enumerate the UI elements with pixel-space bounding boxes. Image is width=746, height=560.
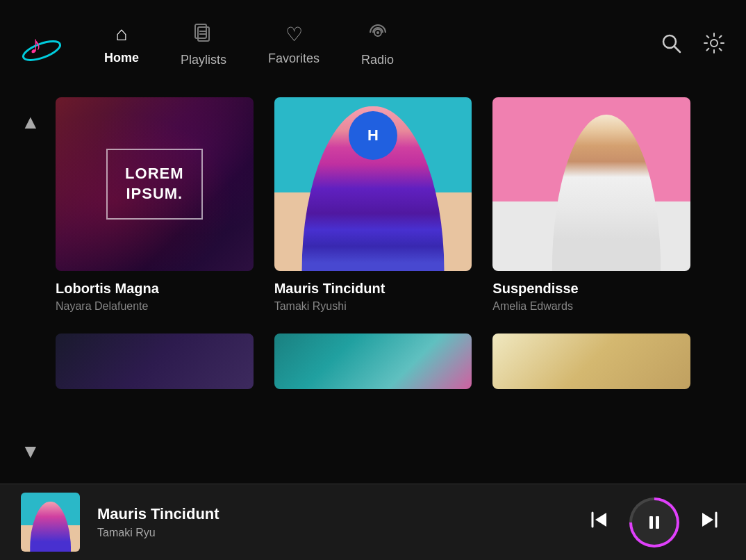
partial-row	[56, 333, 690, 389]
favorites-label: Favorites	[268, 51, 320, 66]
partial-card-2[interactable]	[274, 333, 472, 389]
headphones-circle: H	[349, 111, 397, 160]
card-1-subtitle: Nayara Delafuente	[56, 300, 254, 313]
partial-card-1[interactable]	[56, 333, 254, 389]
nav-right	[660, 32, 725, 59]
next-button[interactable]	[693, 504, 725, 541]
app-logo[interactable]: ♪	[21, 24, 63, 66]
card-3[interactable]: Suspendisse Amelia Edwards	[492, 97, 690, 313]
home-label: Home	[104, 51, 139, 65]
card-3-subtitle: Amelia Edwards	[492, 300, 690, 313]
card-2-title: Mauris Tincidunt	[274, 281, 472, 297]
player-title: Mauris Tincidunt	[97, 505, 583, 523]
card-3-figure	[552, 115, 661, 271]
card-3-image	[492, 97, 690, 271]
navbar: ♪ ⌂ Home Playlists ♡ Favorites	[0, 0, 746, 90]
scroll-down-button[interactable]: ▼	[14, 434, 47, 470]
nav-items: ⌂ Home Playlists ♡ Favorites	[104, 23, 660, 67]
lorem-box: LOREM IPSUM.	[106, 149, 202, 219]
playlists-icon	[194, 23, 213, 47]
main-content: ▲ LOREM IPSUM. Lobortis Magna Nayara Del…	[0, 90, 746, 484]
nav-playlists[interactable]: Playlists	[181, 23, 226, 67]
card-2-subtitle: Tamaki Ryushi	[274, 300, 472, 313]
card-3-background	[492, 97, 690, 271]
player-controls	[583, 497, 725, 547]
settings-button[interactable]	[703, 32, 725, 59]
svg-point-0	[21, 38, 62, 64]
radio-label: Radio	[361, 53, 394, 67]
player-thumb-figure	[30, 502, 72, 552]
nav-favorites[interactable]: ♡ Favorites	[268, 23, 320, 67]
card-2[interactable]: H Mauris Tincidunt Tamaki Ryushi	[274, 97, 472, 313]
nav-radio[interactable]: Radio	[361, 23, 394, 67]
svg-rect-12	[649, 516, 653, 529]
radio-icon	[368, 23, 388, 47]
card-1-background: LOREM IPSUM.	[56, 97, 254, 271]
pause-button[interactable]	[629, 497, 679, 547]
lorem-line1: LOREM	[125, 164, 183, 184]
prev-button[interactable]	[583, 504, 615, 541]
player-info: Mauris Tincidunt Tamaki Ryu	[97, 505, 583, 539]
card-3-title: Suspendisse	[492, 281, 690, 297]
card-1[interactable]: LOREM IPSUM. Lobortis Magna Nayara Delaf…	[56, 97, 254, 313]
card-1-image: LOREM IPSUM.	[56, 97, 254, 271]
lorem-line2: IPSUM.	[125, 184, 183, 204]
player-thumbnail	[21, 493, 80, 552]
partial-card-3[interactable]	[492, 333, 690, 389]
card-2-background: H	[274, 97, 472, 271]
cards-row-1: LOREM IPSUM. Lobortis Magna Nayara Delaf…	[56, 97, 690, 313]
svg-point-10	[711, 40, 718, 47]
search-button[interactable]	[660, 32, 682, 59]
card-1-title: Lobortis Magna	[56, 281, 254, 297]
player-subtitle: Tamaki Ryu	[97, 527, 583, 539]
scroll-up-button[interactable]: ▲	[14, 104, 47, 140]
svg-point-7	[376, 31, 379, 34]
home-icon: ⌂	[116, 23, 128, 45]
favorites-icon: ♡	[285, 23, 303, 46]
nav-home[interactable]: ⌂ Home	[104, 23, 139, 67]
playlists-label: Playlists	[181, 53, 226, 67]
svg-rect-13	[656, 516, 659, 529]
card-2-image: H	[274, 97, 472, 271]
svg-line-9	[674, 47, 680, 52]
svg-text:♪: ♪	[29, 31, 42, 59]
cards-section: LOREM IPSUM. Lobortis Magna Nayara Delaf…	[14, 90, 732, 396]
player-bar: Mauris Tincidunt Tamaki Ryu	[0, 484, 746, 560]
